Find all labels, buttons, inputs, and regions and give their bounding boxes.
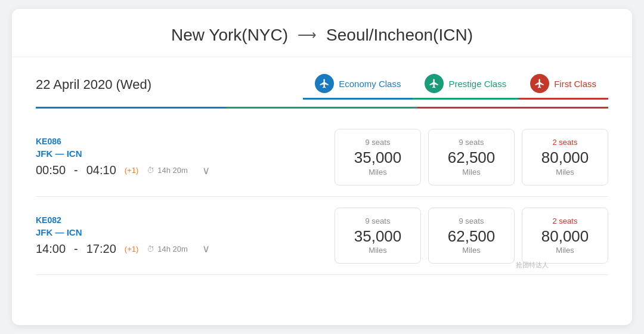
economy-miles-label-1: Miles: [346, 168, 410, 177]
arrive-time-1: 04:10: [86, 163, 116, 177]
flight-times-2: 14:00 - 17:20 (+1) ⏱ 14h 20m ∨: [36, 242, 322, 256]
class-divider: [36, 107, 608, 109]
route-arrow: ⟶: [298, 27, 317, 43]
divider-first: [417, 107, 608, 109]
watermark: 抢团特达人: [516, 261, 549, 270]
first-miles-label-1: Miles: [533, 168, 597, 177]
first-seats-2: 2 seats: [533, 217, 597, 225]
first-card-2[interactable]: 2 seats 80,000 Miles: [522, 208, 608, 264]
first-seats-1: 2 seats: [533, 138, 597, 147]
first-card-1[interactable]: 2 seats 80,000 Miles: [522, 129, 608, 185]
header-section: New York(NYC) ⟶ Seoul/Incheon(ICN): [12, 9, 632, 57]
tab-economy[interactable]: Economy Class: [303, 69, 413, 100]
economy-card-1[interactable]: 9 seats 35,000 Miles: [335, 129, 421, 185]
clock-icon-2: ⏱: [147, 245, 154, 253]
date-class-row: 22 April 2020 (Wed) Economy Class: [36, 69, 608, 107]
flight-info-2: KE082 JFK — ICN 14:00 - 17:20 (+1) ⏱ 14h…: [36, 215, 322, 256]
duration-text-1: 14h 20m: [157, 166, 188, 175]
time-separator-2: -: [74, 242, 78, 256]
divider-prestige: [227, 107, 417, 109]
economy-seats-2: 9 seats: [346, 217, 410, 225]
first-icon: [530, 74, 549, 93]
tab-prestige[interactable]: Prestige Class: [413, 69, 518, 100]
plus-days-2: (+1): [125, 245, 138, 253]
main-content: 22 April 2020 (Wed) Economy Class: [12, 57, 632, 287]
tab-first[interactable]: First Class: [518, 69, 608, 100]
flight-number-2: KE082: [36, 215, 322, 225]
prestige-label: Prestige Class: [448, 79, 506, 89]
first-miles-1: 80,000: [533, 149, 597, 166]
first-miles-label-2: Miles: [533, 246, 597, 255]
economy-miles-label-2: Miles: [346, 246, 410, 255]
first-label: First Class: [554, 79, 596, 89]
prestige-seats-2: 9 seats: [439, 217, 503, 225]
economy-miles-1: 35,000: [346, 149, 410, 166]
clock-icon-1: ⏱: [147, 166, 154, 175]
flight-route-1: JFK — ICN: [36, 149, 322, 159]
economy-icon: [315, 74, 334, 93]
economy-seats-1: 9 seats: [346, 138, 410, 147]
economy-card-2[interactable]: 9 seats 35,000 Miles: [335, 208, 421, 264]
depart-time-1: 00:50: [36, 163, 66, 177]
flight-times-1: 00:50 - 04:10 (+1) ⏱ 14h 20m ∨: [36, 163, 322, 177]
flight-info-1: KE086 JFK — ICN 00:50 - 04:10 (+1) ⏱ 14h…: [36, 137, 322, 177]
flight-row-2: KE082 JFK — ICN 14:00 - 17:20 (+1) ⏱ 14h…: [36, 197, 608, 276]
duration-info-1: ⏱ 14h 20m: [147, 166, 188, 175]
arrive-time-2: 17:20: [86, 242, 116, 256]
divider-economy: [36, 107, 227, 109]
flight-search-card: New York(NYC) ⟶ Seoul/Incheon(ICN) 22 Ap…: [12, 9, 632, 325]
seat-cards-2: 9 seats 35,000 Miles 9 seats 62,500 Mile…: [334, 208, 608, 264]
prestige-miles-label-2: Miles: [439, 246, 503, 255]
economy-label: Economy Class: [339, 79, 401, 89]
plus-days-1: (+1): [125, 166, 138, 175]
date-label: 22 April 2020 (Wed): [36, 77, 151, 92]
flight-number-1: KE086: [36, 137, 322, 146]
class-tabs: Economy Class Prestige Class: [303, 69, 608, 100]
economy-miles-2: 35,000: [346, 228, 410, 245]
origin-text: New York(NYC): [171, 26, 288, 45]
expand-icon-2[interactable]: ∨: [202, 242, 210, 255]
duration-text-2: 14h 20m: [157, 245, 188, 253]
destination-text: Seoul/Incheon(ICN): [326, 26, 473, 45]
prestige-icon: [425, 74, 444, 93]
time-separator-1: -: [74, 163, 78, 177]
prestige-card-2[interactable]: 9 seats 62,500 Miles: [428, 208, 515, 264]
route-title: New York(NYC) ⟶ Seoul/Incheon(ICN): [36, 26, 608, 45]
expand-icon-1[interactable]: ∨: [202, 164, 210, 177]
depart-time-2: 14:00: [36, 242, 66, 256]
watermark-text: 抢团特达人: [516, 261, 549, 270]
first-miles-2: 80,000: [533, 228, 597, 245]
seat-cards-1: 9 seats 35,000 Miles 9 seats 62,500 Mile…: [334, 129, 608, 185]
prestige-seats-1: 9 seats: [439, 138, 503, 147]
prestige-miles-label-1: Miles: [439, 168, 503, 177]
prestige-miles-2: 62,500: [439, 228, 503, 245]
flight-row-1: KE086 JFK — ICN 00:50 - 04:10 (+1) ⏱ 14h…: [36, 118, 608, 197]
prestige-miles-1: 62,500: [439, 149, 503, 166]
duration-info-2: ⏱ 14h 20m: [147, 245, 188, 253]
prestige-card-1[interactable]: 9 seats 62,500 Miles: [428, 129, 515, 185]
flight-route-2: JFK — ICN: [36, 227, 322, 237]
